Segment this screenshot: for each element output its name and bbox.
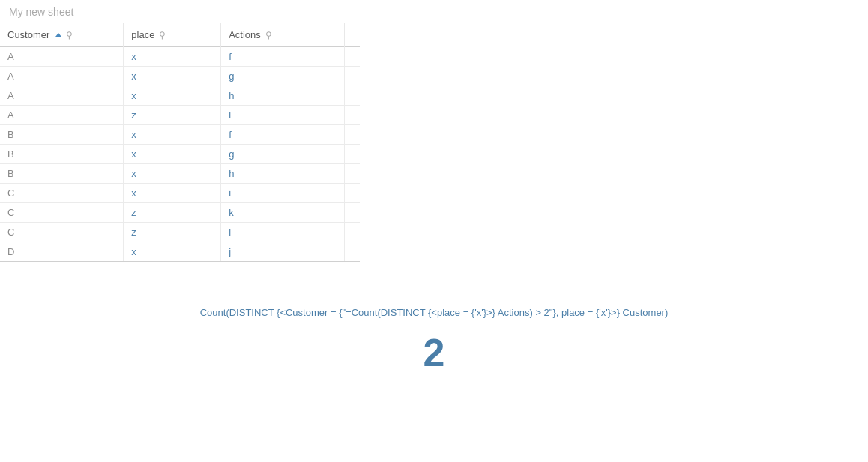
cell-empty xyxy=(345,47,361,67)
cell-empty xyxy=(345,203,361,223)
cell-actions: j xyxy=(221,242,345,262)
cell-place: z xyxy=(124,106,221,125)
cell-customer: C xyxy=(0,223,124,242)
table-row: Azi xyxy=(0,106,360,125)
cell-actions: f xyxy=(221,125,345,145)
search-icon-customer[interactable]: ⚲ xyxy=(66,30,73,40)
cell-actions: g xyxy=(221,67,345,86)
cell-place: z xyxy=(124,203,221,223)
cell-place: x xyxy=(124,67,221,86)
cell-empty xyxy=(345,145,361,164)
cell-empty xyxy=(345,106,361,125)
column-label-actions: Actions xyxy=(229,29,261,40)
cell-place: x xyxy=(124,86,221,106)
cell-empty xyxy=(345,125,361,145)
table-row: Czk xyxy=(0,203,360,223)
cell-empty xyxy=(345,184,361,203)
table-container: Customer ⚲ place ⚲ Actions ⚲ xyxy=(0,23,868,262)
cell-actions: i xyxy=(221,184,345,203)
table-header-row: Customer ⚲ place ⚲ Actions ⚲ xyxy=(0,23,360,47)
data-table: Customer ⚲ place ⚲ Actions ⚲ xyxy=(0,23,360,262)
table-row: Czl xyxy=(0,223,360,242)
cell-empty xyxy=(345,242,361,262)
cell-empty xyxy=(345,223,361,242)
cell-actions: g xyxy=(221,145,345,164)
cell-customer: D xyxy=(0,242,124,262)
table-row: Bxf xyxy=(0,125,360,145)
table-row: Axh xyxy=(0,86,360,106)
column-header-actions[interactable]: Actions ⚲ xyxy=(221,23,345,47)
cell-place: x xyxy=(124,164,221,184)
cell-actions: i xyxy=(221,106,345,125)
cell-actions: h xyxy=(221,164,345,184)
table-row: Bxg xyxy=(0,145,360,164)
cell-actions: f xyxy=(221,47,345,67)
column-header-customer[interactable]: Customer ⚲ xyxy=(0,23,124,47)
table-row: Bxh xyxy=(0,164,360,184)
search-icon-actions[interactable]: ⚲ xyxy=(265,30,272,40)
sort-icon-customer[interactable] xyxy=(55,33,61,37)
cell-empty xyxy=(345,164,361,184)
table-row: Cxi xyxy=(0,184,360,203)
table-row: Axg xyxy=(0,67,360,86)
cell-customer: A xyxy=(0,67,124,86)
cell-place: x xyxy=(124,145,221,164)
cell-place: x xyxy=(124,242,221,262)
cell-actions: h xyxy=(221,86,345,106)
cell-customer: A xyxy=(0,86,124,106)
cell-customer: C xyxy=(0,184,124,203)
cell-empty xyxy=(345,86,361,106)
column-label-customer: Customer xyxy=(7,29,49,40)
cell-customer: A xyxy=(0,106,124,125)
formula-expression: Count(DISTINCT {<Customer = {"=Count(DIS… xyxy=(15,307,853,318)
cell-customer: B xyxy=(0,125,124,145)
search-icon-place[interactable]: ⚲ xyxy=(159,30,166,40)
cell-place: z xyxy=(124,223,221,242)
column-label-place: place xyxy=(131,29,154,40)
cell-customer: A xyxy=(0,47,124,67)
cell-place: x xyxy=(124,47,221,67)
cell-customer: B xyxy=(0,164,124,184)
cell-actions: k xyxy=(221,203,345,223)
page-title: My new sheet xyxy=(0,0,868,23)
cell-place: x xyxy=(124,184,221,203)
cell-customer: B xyxy=(0,145,124,164)
cell-place: x xyxy=(124,125,221,145)
formula-result: 2 xyxy=(15,330,853,375)
column-header-place[interactable]: place ⚲ xyxy=(124,23,221,47)
table-row: Axf xyxy=(0,47,360,67)
cell-customer: C xyxy=(0,203,124,223)
cell-empty xyxy=(345,67,361,86)
formula-section: Count(DISTINCT {<Customer = {"=Count(DIS… xyxy=(0,307,868,375)
column-header-empty xyxy=(345,23,361,47)
table-row: Dxj xyxy=(0,242,360,262)
cell-actions: l xyxy=(221,223,345,242)
